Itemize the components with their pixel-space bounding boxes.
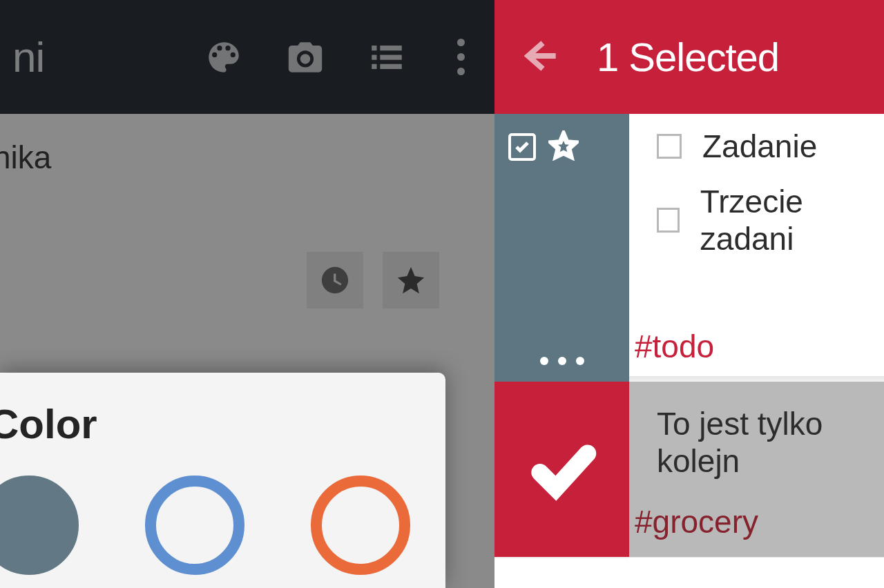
color-swatch-orange[interactable] — [311, 476, 410, 575]
palette-icon[interactable] — [202, 35, 246, 79]
note-title-fragment: nika — [0, 139, 494, 176]
rail-item-1[interactable] — [494, 114, 629, 382]
selection-count: 1 Selected — [597, 34, 779, 80]
item-rail — [494, 114, 629, 588]
more-icon[interactable] — [446, 39, 475, 75]
camera-icon[interactable] — [283, 35, 327, 79]
checkmark-icon — [524, 431, 600, 507]
reminder-button[interactable] — [307, 252, 363, 308]
right-panel: 1 Selected — [494, 0, 884, 588]
list-area: Zadanie Trzecie zadani #todo To jest tyl… — [629, 114, 884, 588]
task-label: Zadanie — [702, 128, 817, 165]
list-icon[interactable] — [365, 35, 409, 79]
rail-item-2-selected[interactable] — [494, 382, 629, 557]
favorite-button[interactable] — [383, 252, 439, 308]
checkbox-icon[interactable] — [508, 133, 536, 161]
tag-todo[interactable]: #todo — [635, 328, 714, 365]
list-item-3[interactable] — [629, 557, 884, 588]
color-picker-sheet: Color — [0, 373, 445, 588]
star-outline-icon[interactable] — [548, 130, 579, 164]
checkbox-icon[interactable] — [657, 208, 680, 233]
list-item-2-selected[interactable]: To jest tylko kolejn #grocery — [629, 382, 884, 557]
left-toolbar: ni — [0, 0, 494, 114]
list-item-1[interactable]: Zadanie Trzecie zadani #todo — [629, 114, 884, 382]
color-sheet-title: Color — [0, 400, 445, 448]
left-panel: ni nika — [0, 0, 494, 588]
rail-item-3[interactable] — [494, 557, 629, 588]
color-swatch-gray[interactable] — [0, 476, 79, 575]
color-swatch-blue[interactable] — [145, 476, 244, 575]
task-row: Trzecie zadani — [657, 183, 884, 257]
checkbox-icon[interactable] — [657, 134, 682, 159]
task-row: Zadanie — [657, 128, 884, 165]
toolbar-title: ni — [12, 32, 44, 81]
selection-toolbar: 1 Selected — [494, 0, 884, 114]
tag-grocery[interactable]: #grocery — [635, 503, 758, 540]
note-text: To jest tylko kolejn — [657, 405, 884, 480]
task-label: Trzecie zadani — [700, 183, 884, 257]
back-arrow-icon[interactable] — [515, 34, 559, 81]
more-horizontal-icon[interactable] — [494, 357, 629, 365]
